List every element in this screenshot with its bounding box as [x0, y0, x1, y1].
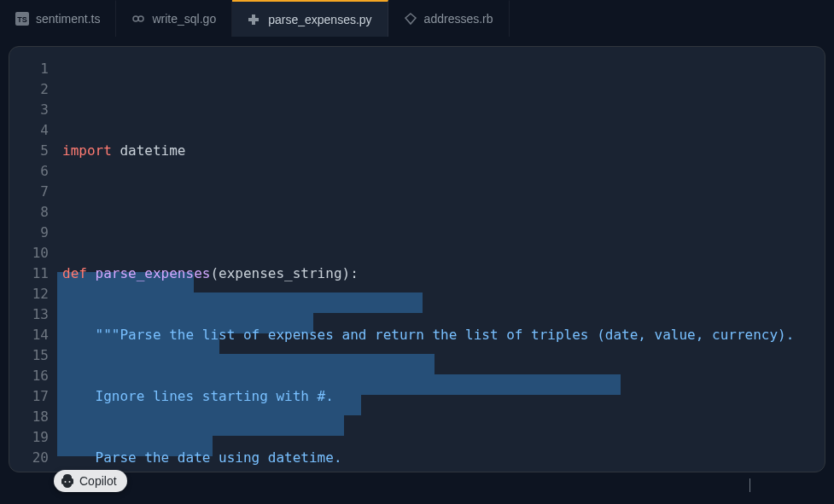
line-number: 14	[9, 325, 49, 345]
code-line: import datetime	[62, 141, 825, 161]
tab-label: addresses.rb	[424, 12, 493, 26]
tab-addresses[interactable]: addresses.rb	[388, 0, 510, 37]
svg-text:TS: TS	[17, 15, 27, 24]
rb-icon	[404, 12, 417, 26]
copilot-icon	[61, 474, 74, 488]
line-number: 17	[9, 386, 49, 407]
code-line: """Parse the list of expenses and return…	[62, 325, 825, 345]
ts-icon: TS	[15, 12, 29, 26]
line-number: 15	[9, 345, 49, 366]
line-number: 13	[9, 304, 49, 325]
line-number: 9	[9, 223, 49, 243]
line-number: 7	[9, 182, 49, 202]
tab-parse-expenses[interactable]: parse_expenses.py	[232, 0, 388, 37]
code-line: Parse the date using datetime.	[62, 448, 825, 468]
code-area[interactable]: import datetime def parse_expenses(expen…	[57, 47, 825, 472]
line-number: 8	[9, 202, 49, 223]
copilot-badge[interactable]: Copilot	[54, 470, 127, 492]
line-number: 18	[9, 407, 49, 427]
line-number: 19	[9, 427, 49, 448]
line-number: 4	[9, 120, 49, 141]
line-number: 20	[9, 448, 49, 468]
tab-bar: TS sentiment.ts write_sql.go parse_expen…	[0, 0, 834, 38]
tab-label: sentiment.ts	[36, 12, 100, 26]
svg-point-2	[133, 16, 138, 21]
line-number: 3	[9, 100, 49, 120]
py-icon	[248, 13, 261, 26]
code-line: Ignore lines starting with #.	[62, 386, 825, 407]
tab-label: parse_expenses.py	[268, 13, 371, 26]
footer-divider	[749, 478, 750, 492]
tab-sentiment[interactable]: TS sentiment.ts	[0, 0, 116, 37]
line-number: 11	[9, 264, 49, 284]
line-gutter: 1 2 3 4 5 6 7 8 9 10 11 12 13 14 15 16 1…	[9, 47, 57, 472]
tab-write-sql[interactable]: write_sql.go	[116, 0, 232, 37]
badge-label: Copilot	[79, 474, 117, 488]
line-number: 16	[9, 366, 49, 386]
editor-panel: 1 2 3 4 5 6 7 8 9 10 11 12 13 14 15 16 1…	[9, 46, 825, 472]
editor[interactable]: 1 2 3 4 5 6 7 8 9 10 11 12 13 14 15 16 1…	[9, 47, 825, 472]
svg-point-3	[138, 16, 143, 21]
line-number: 1	[9, 59, 49, 79]
code-line: def parse_expenses(expenses_string):	[62, 264, 825, 284]
tab-label: write_sql.go	[152, 12, 216, 26]
line-number: 2	[9, 79, 49, 100]
code-line	[62, 202, 825, 223]
line-number: 5	[9, 141, 49, 161]
go-icon	[131, 12, 145, 26]
line-number: 6	[9, 161, 49, 182]
line-number: 10	[9, 243, 49, 264]
line-number: 12	[9, 284, 49, 304]
